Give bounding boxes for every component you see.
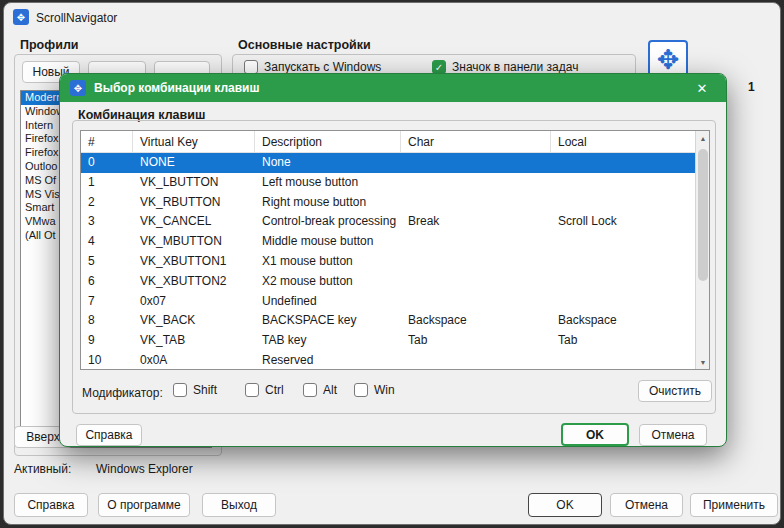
dialog-title: Выбор комбинации клавиш (94, 81, 680, 95)
column-header[interactable]: Virtual Key (133, 131, 255, 153)
cell: 3 (81, 212, 133, 232)
cell: Backspace (551, 311, 697, 331)
cell: 10 (81, 351, 133, 370)
checkbox-box (244, 60, 258, 74)
modifier-shift-checkbox[interactable]: Shift (173, 383, 217, 397)
cell: VK_TAB (133, 331, 255, 351)
checkbox-box: ✓ (432, 60, 446, 74)
settings-group-label: Основные настройки (238, 38, 371, 52)
table-row[interactable]: 10 0x0A Reserved (81, 351, 697, 370)
checkbox-box (303, 383, 317, 397)
table-row[interactable]: 4 VK_MBUTTON Middle mouse button (81, 232, 697, 252)
checkbox-box (245, 383, 259, 397)
table-row[interactable]: 9 VK_TAB TAB key Tab Tab (81, 331, 697, 351)
cell: 1 (81, 173, 133, 193)
check-icon: ✓ (435, 62, 443, 73)
ok-button[interactable]: OK (528, 493, 602, 517)
active-label: Активный: (14, 462, 71, 476)
cell: VK_LBUTTON (133, 173, 255, 193)
cell: Break (401, 212, 551, 232)
scroll-down-icon[interactable]: ▼ (696, 355, 710, 369)
key-combination-dialog: ✥ Выбор комбинации клавиш ✕ Комбинация к… (59, 73, 727, 447)
dialog-titlebar[interactable]: ✥ Выбор комбинации клавиш ✕ (60, 74, 726, 102)
cell: NONE (133, 153, 255, 173)
modifier-win-checkbox[interactable]: Win (354, 383, 395, 397)
cell: Middle mouse button (255, 232, 401, 252)
dialog-ok-button[interactable]: OK (561, 423, 629, 446)
run-with-windows-checkbox[interactable]: Запускать с Windows (244, 60, 381, 74)
cell: TAB key (255, 331, 401, 351)
table-row[interactable]: 5 VK_XBUTTON1 X1 mouse button (81, 252, 697, 272)
cell: VK_MBUTTON (133, 232, 255, 252)
cell: 0 (81, 153, 133, 173)
cell: BACKSPACE key (255, 311, 401, 331)
checkbox-box (354, 383, 368, 397)
modifier-ctrl-checkbox[interactable]: Ctrl (245, 383, 284, 397)
dialog-cancel-button[interactable]: Отмена (639, 424, 707, 446)
cancel-button[interactable]: Отмена (610, 493, 683, 517)
checkbox-label: Win (374, 383, 395, 397)
close-icon[interactable]: ✕ (688, 78, 716, 98)
modifier-alt-checkbox[interactable]: Alt (303, 383, 337, 397)
cell: VK_BACK (133, 311, 255, 331)
about-button[interactable]: О программе (98, 493, 190, 517)
help-button[interactable]: Справка (14, 493, 88, 517)
table-scrollbar[interactable]: ▲ ▼ (695, 131, 709, 369)
cell: 6 (81, 272, 133, 292)
scrollbar-thumb[interactable] (698, 149, 708, 281)
cell: Undefined (255, 292, 401, 312)
cell: Scroll Lock (551, 212, 697, 232)
cell: Reserved (255, 351, 401, 370)
table-row[interactable]: 7 0x07 Undefined (81, 292, 697, 312)
table-row[interactable]: 0 NONE None (81, 153, 697, 173)
cell: None (255, 153, 401, 173)
checkbox-label: Alt (323, 383, 337, 397)
dialog-help-button[interactable]: Справка (76, 424, 142, 446)
cell: 4 (81, 232, 133, 252)
cell: 8 (81, 311, 133, 331)
cell: Tab (551, 331, 697, 351)
clear-button[interactable]: Очистить (638, 380, 712, 402)
table-row[interactable]: 1 VK_LBUTTON Left mouse button (81, 173, 697, 193)
scroll-up-icon[interactable]: ▲ (696, 131, 710, 145)
app-icon-glyph: ✥ (17, 12, 25, 23)
checkbox-label: Shift (193, 383, 217, 397)
table-header-row: # Virtual Key Description Char Local (81, 131, 697, 153)
cell: VK_XBUTTON2 (133, 272, 255, 292)
partial-text-fragment: 1 (748, 80, 755, 94)
cell: Left mouse button (255, 173, 401, 193)
cell: 2 (81, 193, 133, 213)
table-row[interactable]: 8 VK_BACK BACKSPACE key Backspace Backsp… (81, 311, 697, 331)
table-row[interactable]: 2 VK_RBUTTON Right mouse button (81, 193, 697, 213)
cell: 0x07 (133, 292, 255, 312)
profiles-group-label: Профили (20, 38, 79, 52)
checkbox-label: Ctrl (265, 383, 284, 397)
exit-button[interactable]: Выход (202, 493, 276, 517)
column-header[interactable]: Description (255, 131, 401, 153)
active-value: Windows Explorer (96, 462, 193, 476)
move-arrows-icon: ✥ (657, 47, 680, 74)
taskbar-icon-checkbox[interactable]: ✓ Значок в панели задач (432, 60, 578, 74)
column-header[interactable]: Local (551, 131, 697, 153)
cell: Backspace (401, 311, 551, 331)
app-icon: ✥ (13, 9, 29, 25)
dialog-icon-glyph: ✥ (74, 83, 82, 94)
checkbox-label: Значок в панели задач (452, 60, 578, 74)
window-title: ScrollNavigator (36, 11, 117, 25)
dialog-icon: ✥ (70, 80, 86, 96)
column-header[interactable]: Char (401, 131, 551, 153)
modifier-label: Модификатор: (82, 386, 163, 400)
cell: 5 (81, 252, 133, 272)
table-row[interactable]: 6 VK_XBUTTON2 X2 mouse button (81, 272, 697, 292)
checkbox-box (173, 383, 187, 397)
apply-button[interactable]: Применить (690, 493, 778, 517)
cell: 0x0A (133, 351, 255, 370)
cell: Right mouse button (255, 193, 401, 213)
cell: 9 (81, 331, 133, 351)
virtual-key-table[interactable]: # Virtual Key Description Char Local 0 N… (80, 130, 710, 370)
cell: VK_RBUTTON (133, 193, 255, 213)
column-header[interactable]: # (81, 131, 133, 153)
cell: VK_CANCEL (133, 212, 255, 232)
table-row[interactable]: 3 VK_CANCEL Control-break processing Bre… (81, 212, 697, 232)
cell: VK_XBUTTON1 (133, 252, 255, 272)
